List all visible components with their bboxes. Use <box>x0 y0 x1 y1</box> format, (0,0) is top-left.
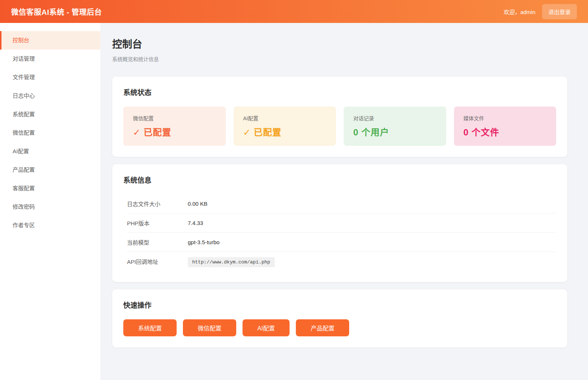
sidebar-item-log-center[interactable]: 日志中心 <box>0 87 100 105</box>
page-title: 控制台 <box>112 36 567 51</box>
status-value-conversation-records: 0 个用户 <box>353 125 437 138</box>
info-value-current-model: gpt-3.5-turbo <box>188 239 220 245</box>
layout: 控制台 对话管理 文件管理 日志中心 系统配置 微信配置 AI配置 产品配置 客… <box>0 23 588 380</box>
info-label-current-model: 当前模型 <box>127 238 188 246</box>
app-title: 微信客服AI系统 - 管理后台 <box>11 6 102 17</box>
sidebar-item-file-management[interactable]: 文件管理 <box>0 68 100 87</box>
welcome-text: 欢迎，admin <box>504 8 535 16</box>
status-box-ai-config: AI配置 ✓ 已配置 <box>234 107 336 146</box>
quick-action-product-config[interactable]: 产品配置 <box>296 319 349 336</box>
info-label-log-file-size: 日志文件大小 <box>127 200 188 208</box>
info-row-log-file-size: 日志文件大小 0.00 KB <box>127 194 556 213</box>
sidebar-item-conversation-management[interactable]: 对话管理 <box>0 50 100 68</box>
quick-action-ai-config[interactable]: AI配置 <box>243 319 290 336</box>
info-row-api-callback-url: API回调地址 http://www.dkym.com/api.php <box>127 252 556 271</box>
system-info-card: 系统信息 日志文件大小 0.00 KB PHP版本 7.4.33 当前模型 gp… <box>112 164 567 282</box>
status-box-media-files: 媒体文件 0 个文件 <box>454 107 557 146</box>
sidebar-item-product-config[interactable]: 产品配置 <box>0 161 100 179</box>
system-status-card: 系统状态 微信配置 ✓ 已配置 AI配置 ✓ 已配置 对话记录 0 个用户 媒体… <box>112 77 567 157</box>
status-label-ai-config: AI配置 <box>243 114 327 122</box>
info-label-php-version: PHP版本 <box>127 219 188 227</box>
system-info-table: 日志文件大小 0.00 KB PHP版本 7.4.33 当前模型 gpt-3.5… <box>123 194 556 271</box>
info-row-current-model: 当前模型 gpt-3.5-turbo <box>127 233 556 252</box>
sidebar-item-ai-config[interactable]: AI配置 <box>0 142 100 161</box>
info-value-log-file-size: 0.00 KB <box>188 201 207 207</box>
system-status-title: 系统状态 <box>123 87 556 97</box>
sidebar: 控制台 对话管理 文件管理 日志中心 系统配置 微信配置 AI配置 产品配置 客… <box>0 23 100 380</box>
info-label-api-callback-url: API回调地址 <box>127 258 188 265</box>
main-content: 控制台 系统概览和统计信息 系统状态 微信配置 ✓ 已配置 AI配置 ✓ 已配置… <box>100 23 588 380</box>
api-callback-url-code: http://www.dkym.com/api.php <box>188 257 275 267</box>
quick-actions-card: 快速操作 系统配置 微信配置 AI配置 产品配置 <box>112 289 567 347</box>
header-right: 欢迎，admin 退出登录 <box>504 4 577 19</box>
info-row-php-version: PHP版本 7.4.33 <box>127 213 556 233</box>
app-header: 微信客服AI系统 - 管理后台 欢迎，admin 退出登录 <box>0 0 588 23</box>
status-label-conversation-records: 对话记录 <box>353 114 437 122</box>
logout-button[interactable]: 退出登录 <box>542 4 577 19</box>
sidebar-item-change-password[interactable]: 修改密码 <box>0 198 100 216</box>
quick-actions-title: 快速操作 <box>123 300 556 310</box>
system-info-title: 系统信息 <box>123 175 556 185</box>
quick-action-system-config[interactable]: 系统配置 <box>123 319 177 336</box>
info-value-php-version: 7.4.33 <box>188 220 203 226</box>
status-value-wechat-config: ✓ 已配置 <box>133 125 216 138</box>
status-value-media-files: 0 个文件 <box>464 125 547 138</box>
status-label-wechat-config: 微信配置 <box>133 114 216 122</box>
status-value-ai-config: ✓ 已配置 <box>243 125 327 138</box>
sidebar-item-dashboard[interactable]: 控制台 <box>0 31 100 50</box>
status-grid: 微信配置 ✓ 已配置 AI配置 ✓ 已配置 对话记录 0 个用户 媒体文件 0 … <box>123 107 556 146</box>
sidebar-item-customer-service-config[interactable]: 客服配置 <box>0 179 100 198</box>
quick-actions-row: 系统配置 微信配置 AI配置 产品配置 <box>123 319 556 336</box>
status-box-wechat-config: 微信配置 ✓ 已配置 <box>123 107 226 146</box>
page-subtitle: 系统概览和统计信息 <box>112 55 567 63</box>
sidebar-item-wechat-config[interactable]: 微信配置 <box>0 124 100 142</box>
status-box-conversation-records: 对话记录 0 个用户 <box>344 107 446 146</box>
status-label-media-files: 媒体文件 <box>464 114 547 122</box>
quick-action-wechat-config[interactable]: 微信配置 <box>183 319 236 336</box>
sidebar-item-system-config[interactable]: 系统配置 <box>0 105 100 124</box>
sidebar-item-author-zone[interactable]: 作者专区 <box>0 216 100 235</box>
